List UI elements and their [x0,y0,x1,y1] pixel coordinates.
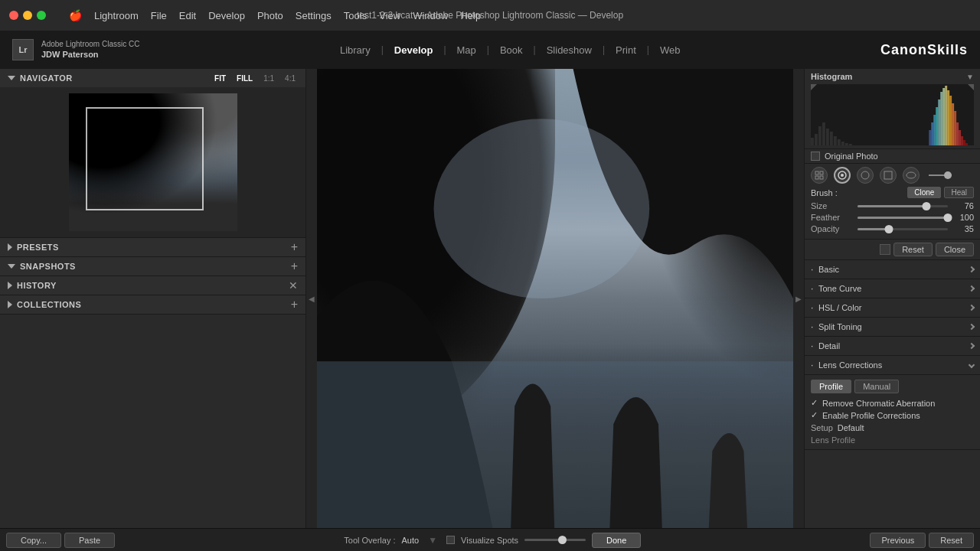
minimize-window-btn[interactable] [23,11,32,20]
spot-slider[interactable] [524,539,586,541]
navigator-header[interactable]: Navigator FIT FILL 1:1 4:1 [0,69,305,87]
grid-icon-btn[interactable] [811,167,828,184]
tone-curve-indicator [969,285,975,292]
tab-web[interactable]: Web [652,41,688,59]
close-button[interactable]: Close [936,243,974,256]
split-toning-section-row[interactable]: · Split Toning [805,318,980,337]
left-panel: Navigator FIT FILL 1:1 4:1 [0,69,306,528]
snapshots-add-btn[interactable]: + [291,260,298,272]
tab-slideshow[interactable]: Slideshow [539,41,599,59]
opacity-slider-row: Opacity 35 [811,224,974,233]
done-button[interactable]: Done [592,533,641,548]
navigator-title: Navigator [20,73,73,83]
feather-value: 100 [952,213,974,222]
collections-header[interactable]: Collections + [0,295,305,314]
opacity-slider-track[interactable] [858,228,948,230]
menu-edit[interactable]: Edit [179,10,196,21]
traffic-lights [9,11,46,20]
basic-section-row[interactable]: · Basic [805,260,980,279]
history-header[interactable]: History ✕ [0,276,305,295]
hsl-section-row[interactable]: · HSL / Color [805,298,980,318]
menu-photo[interactable]: Photo [257,10,283,21]
original-photo-checkbox[interactable] [811,152,820,161]
snapshots-header[interactable]: Snapshots + [0,257,305,276]
tab-print[interactable]: Print [608,41,644,59]
feather-slider-track[interactable] [858,217,948,219]
previous-button[interactable]: Previous [870,533,926,548]
svg-rect-39 [884,171,892,179]
presets-add-btn[interactable]: + [291,241,298,253]
brush-icons-row [811,167,974,184]
app-name: Adobe Lightroom Classic CC [41,40,139,48]
ellipse-btn[interactable] [903,167,920,184]
lens-manual-tab[interactable]: Manual [854,380,899,393]
top-header: Lr Adobe Lightroom Classic CC JDW Paters… [0,31,980,69]
menu-lightroom[interactable]: Lightroom [94,10,139,21]
history-title: History [17,281,57,290]
collections-add-btn[interactable]: + [291,298,298,311]
svg-rect-18 [940,92,942,145]
svg-rect-2 [811,138,814,145]
nav-4-1-option[interactable]: 4:1 [283,73,298,83]
menu-file[interactable]: File [151,10,167,21]
detail-section-row[interactable]: · Detail [805,337,980,356]
tab-book[interactable]: Book [492,41,531,59]
window-title: test1-2-2.lrcat — Adobe Photoshop Lightr… [357,10,623,21]
nav-fill-option[interactable]: FILL [234,73,255,83]
svg-rect-28 [963,140,965,145]
brush-label: Brush : [811,188,838,197]
svg-rect-12 [849,144,852,145]
tool-overlay-value[interactable]: Auto [402,536,420,545]
svg-rect-8 [834,136,837,145]
gradient-btn[interactable] [880,167,897,184]
paste-button[interactable]: Paste [64,533,115,548]
nav-fit-option[interactable]: FIT [212,73,228,83]
svg-rect-19 [942,88,945,145]
presets-collapse-icon [8,243,12,251]
visualize-spots-label: Visualize Spots [461,536,518,545]
right-panel-sections: · Basic · Tone Curve · HSL / Color [805,260,980,528]
menu-develop[interactable]: Develop [208,10,245,21]
svg-rect-6 [826,129,829,145]
svg-point-40 [906,172,916,178]
detail-label: Detail [818,341,840,350]
visualize-spots-checkbox[interactable] [446,536,455,544]
close-window-btn[interactable] [9,11,18,20]
split-toning-label: Split Toning [818,322,862,331]
nav-1-1-option[interactable]: 1:1 [261,73,276,83]
snapshots-title: Snapshots [20,262,76,271]
navigator-collapse-icon [8,76,15,80]
histogram-collapse-icon[interactable]: ▼ [966,73,974,81]
spot-knob [558,536,567,544]
lens-corrections-header[interactable]: · Lens Corrections [805,356,980,375]
brush-circle-btn[interactable] [834,167,851,184]
left-panel-toggle[interactable]: ◀ [306,69,317,528]
brush-clone-btn[interactable]: Clone [907,187,941,198]
logo-area: Lr Adobe Lightroom Classic CC JDW Paters… [12,39,139,60]
fullscreen-window-btn[interactable] [37,11,46,20]
brush-heal-btn[interactable]: Heal [944,187,974,198]
enable-profile-row: ✓ Enable Profile Corrections [811,410,974,420]
tab-library[interactable]: Library [332,41,378,59]
tab-map[interactable]: Map [449,41,484,59]
lr-badge: Lr [12,39,34,60]
reset-nav-button[interactable]: Reset [929,533,974,548]
history-close-btn[interactable]: ✕ [289,279,298,292]
menu-settings[interactable]: Settings [296,10,332,21]
right-panel-toggle[interactable]: ▶ [793,69,804,528]
remove-ca-check: ✓ [811,398,818,408]
small-square-btn[interactable] [880,244,890,255]
radial-btn[interactable] [857,167,874,184]
size-slider-track[interactable] [858,205,948,207]
tab-develop[interactable]: Develop [387,41,441,59]
lens-corrections-title: Lens Corrections [818,360,882,370]
copy-button[interactable]: Copy... [6,533,61,548]
brush-amount-slider[interactable] [929,174,952,176]
reset-button[interactable]: Reset [893,243,933,256]
opacity-value: 35 [952,224,974,233]
tone-curve-section-row[interactable]: · Tone Curve [805,279,980,298]
presets-header[interactable]: Presets + [0,238,305,256]
svg-point-38 [861,171,869,179]
snapshots-collapse-icon [8,264,15,269]
lens-profile-tab[interactable]: Profile [811,380,851,393]
